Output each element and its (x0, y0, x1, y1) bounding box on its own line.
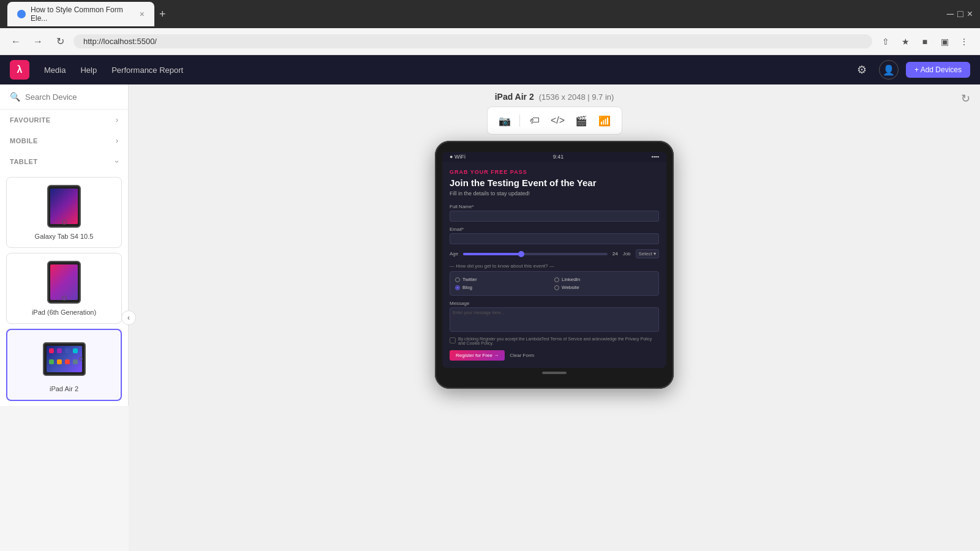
user-button[interactable]: 👤 (879, 60, 899, 80)
close-button[interactable]: × (967, 9, 973, 20)
radio-label-website: Website (562, 285, 579, 290)
favourite-arrow: › (116, 116, 118, 124)
device-frame: ● WiFi 9:41 ▪▪▪▪ GRAB YOUR FREE PASS Joi… (435, 141, 674, 389)
full-name-input[interactable] (450, 211, 659, 222)
tablet-label: TABLET (10, 158, 38, 165)
age-value: 24 (612, 251, 618, 257)
age-slider-thumb[interactable] (518, 251, 524, 257)
refresh-icon[interactable]: ↻ (961, 92, 970, 105)
video-button[interactable]: 🎬 (571, 111, 591, 130)
tablet-header[interactable]: TABLET › (0, 151, 128, 172)
ipad6-thumb-frame (47, 261, 81, 304)
app-icon-3 (65, 348, 70, 353)
browser-chrome: How to Style Common Form Ele... × + ─ □ … (0, 0, 980, 28)
device-screen: ● WiFi 9:41 ▪▪▪▪ GRAB YOUR FREE PASS Joi… (442, 152, 666, 368)
ipadair2-home-btn (79, 357, 83, 361)
tab-favicon (17, 10, 26, 18)
radio-dot-linkedin (554, 277, 559, 282)
radio-group-label: — How did you get to know about this eve… (450, 263, 659, 269)
email-label: Email* (450, 227, 659, 232)
galaxy-thumb-home (62, 220, 67, 225)
app-header: λ Media Help Performance Report ⚙ 👤 + Ad… (0, 55, 980, 84)
sidebar-collapse-button[interactable]: ‹ (121, 310, 136, 325)
radio-linkedin[interactable]: LinkedIn (554, 277, 654, 282)
search-box: 🔍 (0, 84, 128, 110)
nav-actions: ⇧ ★ ■ ▣ ⋮ (877, 33, 973, 50)
tag-button[interactable]: 🏷 (525, 111, 545, 130)
favourite-header[interactable]: FAVOURITE › (0, 110, 128, 130)
ipadair2-thumb-frame (43, 342, 86, 376)
camera-button[interactable]: 📷 (495, 111, 514, 130)
email-field: Email* (450, 227, 659, 244)
bookmark-button[interactable]: ★ (897, 33, 914, 50)
nav-media[interactable]: Media (44, 63, 66, 77)
share-button[interactable]: ⇧ (877, 33, 894, 50)
message-section: Message Enter your message here... (450, 301, 659, 332)
sidebar-section-favourite: FAVOURITE › (0, 110, 128, 130)
app-content: GRAB YOUR FREE PASS Join the Testing Eve… (442, 162, 666, 368)
status-wifi: ● WiFi (450, 154, 466, 160)
full-name-label: Full Name* (450, 204, 659, 209)
nav-help[interactable]: Help (80, 63, 97, 77)
ipad6-thumb-screen (50, 264, 78, 300)
add-devices-button[interactable]: + Add Devices (906, 62, 970, 78)
radio-dot-website (554, 285, 559, 290)
app-logo: λ (10, 60, 29, 80)
active-tab[interactable]: How to Style Common Form Ele... × (7, 2, 154, 26)
menu-button[interactable]: ⋮ (956, 33, 973, 50)
terms-checkbox[interactable] (450, 337, 456, 343)
tablet-arrow: › (113, 160, 121, 163)
job-select-value: Select (639, 251, 652, 257)
sidebar-section-mobile: MOBILE › (0, 130, 128, 151)
checkbox-text: By clicking Register you accept the Lamb… (458, 337, 659, 345)
device-home-bar (542, 372, 567, 374)
radio-blog[interactable]: Blog (455, 285, 554, 290)
register-button[interactable]: Register for Free → (450, 350, 505, 361)
address-bar[interactable]: http://localhost:5500/ (74, 34, 872, 48)
search-input[interactable] (25, 92, 118, 102)
job-select[interactable]: Select ▾ (636, 249, 659, 258)
message-placeholder: Enter your message here... (450, 308, 658, 317)
ipadair2-thumb-screen (47, 346, 82, 372)
settings-button[interactable]: ⚙ (852, 60, 872, 80)
wifi-button[interactable]: 📶 (595, 111, 614, 130)
clear-button[interactable]: Clear Form (510, 353, 534, 358)
mobile-header[interactable]: MOBILE › (0, 130, 128, 151)
extension-button[interactable]: ■ (916, 33, 933, 50)
nav-performance[interactable]: Performance Report (111, 63, 183, 77)
device-card-galaxy[interactable]: Galaxy Tab S4 10.5 (6, 177, 122, 248)
tab-bar: How to Style Common Form Ele... × + (7, 2, 942, 26)
refresh-button[interactable]: ↻ (51, 33, 69, 50)
message-textarea[interactable]: Enter your message here... (450, 307, 659, 332)
galaxy-thumb-frame (47, 185, 81, 228)
new-tab-button[interactable]: + (159, 8, 166, 21)
minimize-button[interactable]: ─ (947, 9, 954, 20)
back-button[interactable]: ← (7, 33, 24, 50)
code-button[interactable]: </> (548, 111, 568, 130)
ipad6-name: iPad (6th Generation) (32, 309, 96, 316)
app-icon-1 (49, 348, 54, 353)
galaxy-name: Galaxy Tab S4 10.5 (35, 233, 94, 240)
radio-website[interactable]: Website (554, 285, 654, 290)
age-slider[interactable] (463, 253, 607, 255)
forward-button[interactable]: → (29, 33, 47, 50)
galaxy-thumbnail (43, 185, 86, 228)
device-card-ipadair2[interactable]: iPad Air 2 (6, 329, 122, 401)
age-slider-fill (463, 253, 521, 255)
job-label: Job (623, 251, 631, 257)
ipad6-thumb-home (62, 296, 67, 301)
search-icon: 🔍 (10, 92, 20, 102)
radio-label-blog: Blog (462, 285, 472, 290)
tab-close-button[interactable]: × (140, 9, 145, 19)
radio-twitter[interactable]: Twitter (455, 277, 554, 282)
galaxy-thumb-screen (50, 189, 78, 224)
device-label-spec: (1536 x 2048 | 9.7 in) (539, 92, 614, 102)
profile-button[interactable]: ▣ (936, 33, 953, 50)
email-input[interactable] (450, 233, 659, 244)
status-time: 9:41 (553, 154, 564, 160)
window-controls: ─ □ × (947, 9, 973, 20)
ipadair2-thumbnail (43, 337, 86, 380)
maximize-button[interactable]: □ (957, 9, 963, 20)
device-card-ipad6[interactable]: iPad (6th Generation) (6, 253, 122, 324)
device-toolbar: 📷 🏷 </> 🎬 📶 (487, 107, 622, 135)
